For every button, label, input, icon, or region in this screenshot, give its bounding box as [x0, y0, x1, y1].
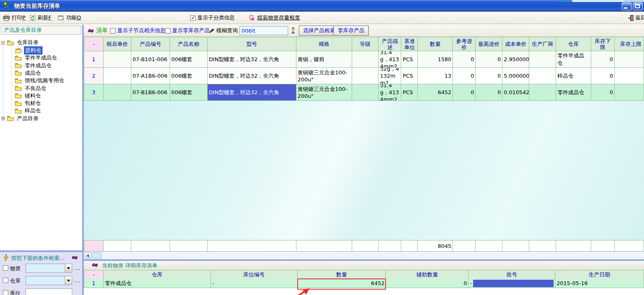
table-cell[interactable]	[104, 51, 131, 67]
table-cell[interactable]: DIN型螺套，对边32，全六角	[208, 68, 296, 84]
tree-item-7[interactable]: 辅料仓	[15, 92, 42, 100]
table-cell[interactable]: 2.950000	[502, 51, 529, 67]
table-cell[interactable]: 07-B101-006	[131, 51, 170, 67]
detail-cell[interactable]: 零件成品仓	[104, 279, 211, 288]
scroll-left-arrow[interactable]	[85, 252, 92, 259]
table-cell[interactable]	[352, 84, 379, 100]
table-cell[interactable]: 5.000000	[502, 68, 529, 84]
table-cell[interactable]: PCS	[401, 68, 418, 84]
table-cell[interactable]: 零件成品仓	[556, 84, 591, 100]
detail-cell[interactable]: 1	[84, 279, 104, 288]
print-button[interactable]: 打印P	[3, 14, 26, 22]
detail-cell[interactable]: 2015-05-16	[555, 279, 644, 288]
table-cell[interactable]: PCS	[401, 51, 418, 67]
warehouse-more-button[interactable]: ...	[74, 278, 80, 283]
table-cell[interactable]	[529, 51, 556, 67]
table-cell[interactable]: 07-B1B6-006	[131, 84, 170, 100]
table-row[interactable]: 207-A1B6-006006螺套DIN型螺套，对边32，全六角黄铜镀三元合金1…	[84, 68, 644, 84]
table-cell[interactable]: 1580	[418, 51, 453, 67]
sync-arrows-icon[interactable]	[91, 262, 99, 268]
warehouse-combobox[interactable]	[26, 276, 72, 285]
tree-item-4[interactable]: 成品仓	[15, 69, 42, 77]
functions-button[interactable]: 功能O	[58, 14, 81, 22]
table-cell[interactable]: 1	[84, 51, 104, 67]
table-cell[interactable]: 006螺套	[170, 68, 208, 84]
table-cell[interactable]	[529, 68, 556, 84]
table-cell[interactable]: 006螺套	[170, 84, 208, 100]
batch-cell[interactable]: -	[469, 279, 555, 288]
table-cell[interactable]: 黄铜，镀前	[296, 51, 352, 67]
table-cell[interactable]	[104, 68, 131, 84]
maximize-button[interactable]	[633, 2, 643, 10]
material-combobox[interactable]	[26, 264, 72, 273]
table-cell[interactable]: 0	[453, 84, 476, 100]
bin-input[interactable]	[26, 288, 72, 295]
detail-cell[interactable]: 0	[386, 279, 469, 288]
tree-root-warehouse-catalog[interactable]: 仓库目录	[1, 39, 40, 46]
zero-stock-products-button[interactable]: 零库存产品	[334, 26, 369, 36]
table-cell[interactable]: 0	[476, 51, 502, 67]
table-cell[interactable]: 0	[453, 51, 476, 67]
table-cell[interactable]	[615, 51, 644, 67]
fuzzy-query-input[interactable]	[239, 26, 288, 35]
material-more-button[interactable]: ...	[74, 265, 80, 271]
table-cell[interactable]	[615, 84, 644, 100]
table-cell[interactable]	[352, 68, 379, 84]
table-cell[interactable]: 32g，4132mm2	[379, 68, 401, 84]
table-cell[interactable]: 样品仓	[556, 68, 591, 84]
back-button[interactable]: 返回	[628, 14, 644, 22]
tree-item-8[interactable]: 包材仓	[15, 100, 42, 107]
table-cell[interactable]: 07-A1B6-006	[131, 68, 170, 84]
table-row[interactable]: 307-B1B6-006006螺套DIN型螺套，对边32，全六角黄铜镀三元合金1…	[84, 84, 644, 101]
bin-checkbox[interactable]	[3, 290, 8, 295]
table-cell[interactable]	[615, 68, 644, 84]
chevron-down-icon[interactable]	[65, 276, 72, 285]
tree-item-5[interactable]: 馈线/低频专用仓	[15, 77, 65, 84]
tree-item-9[interactable]: 样品仓	[15, 107, 42, 114]
list-refresh-button[interactable]: 清单	[87, 26, 108, 35]
tree-root-product-catalog[interactable]: 产品目录	[1, 115, 40, 122]
table-row[interactable]: 107-B101-006006螺套DIN型螺套，对边32，全六角黄铜，镀前31.…	[84, 51, 644, 68]
table-cell[interactable]: 0	[476, 84, 502, 100]
show-child-nodes-checkbox[interactable]: 显示子节点相关信息	[110, 26, 166, 35]
helper-person-icon[interactable]: ?	[291, 27, 296, 34]
sync-arrows-icon[interactable]	[71, 255, 78, 260]
table-cell[interactable]: 0	[591, 68, 615, 84]
table-cell[interactable]: 0.010542	[502, 84, 529, 100]
table-cell[interactable]: 6452	[418, 84, 453, 100]
material-checkbox[interactable]	[3, 265, 8, 271]
table-cell[interactable]: 0	[476, 68, 502, 84]
chevron-down-icon[interactable]	[65, 264, 72, 272]
tree-item-6[interactable]: 不良品仓	[15, 85, 47, 92]
show-subcategory-checkbox[interactable]: 显示子分类信息	[190, 14, 235, 22]
table-cell[interactable]: 黄铜镀三元合金100-200u"	[296, 68, 352, 84]
expand-plus-icon[interactable]	[1, 117, 5, 120]
assembly-check-button[interactable]: 组装物资存量检查	[249, 14, 300, 22]
table-cell[interactable]: 0	[591, 51, 615, 67]
show-zero-stock-checkbox[interactable]: 显示零库存产品	[165, 26, 210, 35]
table-cell[interactable]: 31.4g，4134mm2	[379, 51, 401, 67]
minimize-button[interactable]	[622, 2, 632, 10]
scrollbar-thumb[interactable]	[92, 252, 102, 259]
table-cell[interactable]: DIN型螺套，对边32，全六角	[208, 51, 296, 67]
table-cell[interactable]: 2	[84, 68, 104, 84]
table-cell[interactable]	[104, 84, 131, 100]
table-cell[interactable]: PCS	[401, 84, 418, 100]
refresh-button[interactable]: 刷新F	[30, 14, 51, 22]
warehouse-checkbox[interactable]	[3, 278, 8, 283]
table-cell[interactable]: 31.4g，4134mm2	[379, 84, 401, 100]
tree-item-1[interactable]: 原料仓	[15, 47, 43, 54]
table-cell[interactable]	[529, 84, 556, 100]
table-cell[interactable]: 0	[591, 84, 615, 100]
horizontal-scrollbar[interactable]	[84, 252, 644, 259]
table-cell[interactable]: 3	[84, 84, 104, 100]
table-cell[interactable]	[352, 51, 379, 67]
table-cell[interactable]: 黄铜镀三元合金100-200u"	[296, 84, 352, 100]
table-cell[interactable]: 006螺套	[170, 51, 208, 67]
table-cell[interactable]: 13	[418, 68, 453, 84]
tree-item-2[interactable]: 零件半成品仓	[15, 54, 58, 62]
tree-item-3[interactable]: 零件成品仓	[15, 62, 53, 69]
table-cell[interactable]: DIN型螺套，对边32，全六角	[208, 84, 296, 100]
table-cell[interactable]: 0	[453, 68, 476, 84]
table-cell[interactable]: 零件半成品仓	[556, 51, 591, 67]
